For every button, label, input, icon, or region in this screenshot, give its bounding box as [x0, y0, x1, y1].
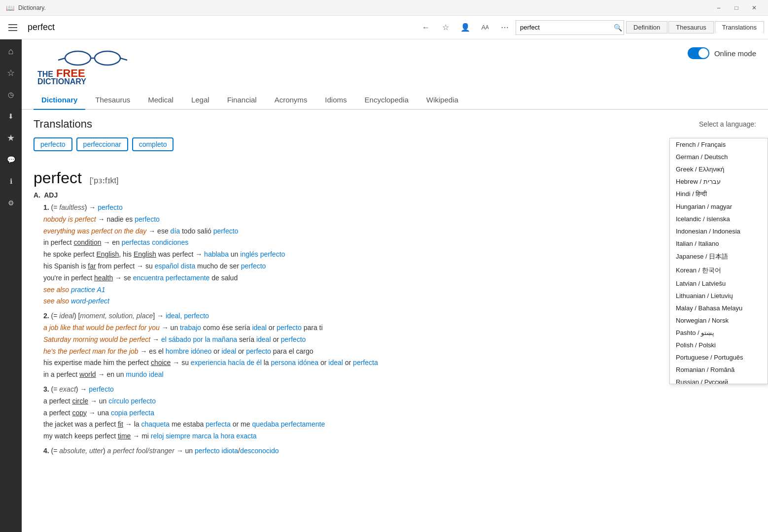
link-chaqueta[interactable]: chaqueta — [141, 420, 170, 428]
link-ideal-5[interactable]: ideal — [328, 359, 343, 366]
svg-point-1 — [95, 51, 120, 65]
link-perfecto-1[interactable]: perfecto — [98, 203, 123, 211]
link-perfecto-3[interactable]: perfecto — [241, 262, 266, 270]
sidebar-item-info[interactable]: ℹ — [1, 171, 21, 191]
link-hombre-idoneo[interactable]: hombre idóneo — [166, 347, 211, 355]
link-nadie-perfecto[interactable]: perfecto — [135, 215, 160, 223]
link-word-perfect[interactable]: word-perfect — [71, 297, 109, 305]
link-ingles-perfecto[interactable]: inglés perfecto — [240, 250, 285, 258]
lang-item-russian[interactable]: Russian / Русский — [670, 376, 768, 384]
close-button[interactable]: ✕ — [746, 1, 762, 15]
hamburger-menu[interactable] — [4, 19, 22, 36]
link-ideal-4[interactable]: ideal — [221, 347, 236, 355]
lang-item-greek[interactable]: Greek / Ελληνική — [670, 163, 768, 175]
translations-tab[interactable]: Translations — [715, 21, 764, 33]
lang-item-malay[interactable]: Malay / Bahasa Melayu — [670, 302, 768, 314]
nav-tab-medical[interactable]: Medical — [140, 91, 181, 110]
lang-item-lithuanian[interactable]: Lithuanian / Lietuvių — [670, 290, 768, 302]
word-tag-perfecto[interactable]: perfecto — [34, 137, 72, 151]
link-ideal-3[interactable]: ideal — [256, 335, 271, 343]
link-circulo-perfecto[interactable]: círculo perfecto — [108, 397, 156, 405]
link-dia[interactable]: día — [171, 227, 180, 235]
sidebar-item-favorites[interactable]: ☆ — [1, 63, 21, 83]
link-encuentra-perfectamente[interactable]: encuentra perfectamente — [133, 274, 210, 282]
definition-tab[interactable]: Definition — [626, 21, 667, 33]
search-area: 🔍 — [516, 20, 624, 35]
bookmark-button[interactable]: ☆ — [437, 19, 454, 36]
lang-item-indonesian[interactable]: Indonesian / Indonesia — [670, 225, 768, 237]
link-perfectas-condiciones[interactable]: perfectas condiciones — [122, 238, 188, 246]
toggle-switch[interactable] — [688, 47, 709, 59]
link-ideal-perfecto-2[interactable]: ideal, perfecto — [166, 312, 209, 320]
nav-tab-thesaurus[interactable]: Thesaurus — [87, 91, 138, 110]
search-button[interactable]: 🔍 — [614, 24, 622, 32]
nav-tab-wikipedia[interactable]: Wikipedia — [419, 91, 466, 110]
link-copia-perfecta[interactable]: copia perfecta — [111, 409, 154, 417]
link-perfecto-4[interactable]: perfecto — [277, 324, 302, 332]
nav-tab-encyclopedia[interactable]: Encyclopedia — [357, 91, 417, 110]
link-perfecta[interactable]: perfecta — [353, 359, 378, 366]
link-ideal-2[interactable]: ideal — [252, 324, 267, 332]
language-dropdown: French / FrançaisGerman / DeutschGreek /… — [669, 138, 768, 384]
lang-item-pashto[interactable]: Pashto / پښتو — [670, 327, 768, 339]
link-perfecto-6[interactable]: perfecto — [246, 347, 271, 355]
translations-section: Translations Select a language: perfecto… — [22, 110, 768, 169]
word-tag-completo[interactable]: completo — [132, 137, 174, 151]
link-perfecto-idiota[interactable]: perfecto idiota — [195, 447, 238, 455]
nav-tab-acronyms[interactable]: Acronyms — [267, 91, 315, 110]
logo-area: THE FREE DICTIONARY BY FARLEX — [34, 47, 172, 87]
link-perfecta-2[interactable]: perfecta — [206, 420, 231, 428]
lang-item-norwegian[interactable]: Norwegian / Norsk — [670, 314, 768, 327]
word-tags: perfecto perfeccionar completo — [34, 137, 756, 151]
lang-item-french[interactable]: French / Français — [670, 138, 768, 151]
lang-item-german[interactable]: German / Deutsch — [670, 151, 768, 163]
minimize-button[interactable]: – — [711, 1, 727, 15]
link-desconocido[interactable]: desconocido — [240, 447, 279, 455]
word-tag-perfeccionar[interactable]: perfeccionar — [76, 137, 128, 151]
lang-item-hungarian[interactable]: Hungarian / magyar — [670, 200, 768, 213]
link-perfecto-2[interactable]: perfecto — [213, 227, 239, 235]
lang-item-hindi[interactable]: Hindi / हिन्दी — [670, 188, 768, 200]
sidebar-item-chat[interactable]: 💬 — [1, 150, 21, 169]
nav-tab-legal[interactable]: Legal — [183, 91, 217, 110]
link-quedaba-perfectamente[interactable]: quedaba perfectamente — [252, 420, 325, 428]
lang-item-romanian[interactable]: Romanian / Română — [670, 364, 768, 376]
lang-item-portuguese[interactable]: Portuguese / Português — [670, 351, 768, 364]
sidebar-item-starred[interactable]: ★ — [1, 128, 21, 148]
link-espanol-dista[interactable]: español dista — [155, 262, 196, 270]
nav-tab-dictionary[interactable]: Dictionary — [34, 91, 85, 110]
link-reloj[interactable]: reloj siempre marca la hora exacta — [151, 432, 257, 440]
lang-item-icelandic[interactable]: Icelandic / íslenska — [670, 213, 768, 225]
lang-item-korean[interactable]: Korean / 한국어 — [670, 264, 768, 277]
lang-item-latvian[interactable]: Latvian / Latviešu — [670, 277, 768, 290]
lang-item-hebrew[interactable]: Hebrew / עברית — [670, 175, 768, 188]
account-button[interactable]: 👤 — [456, 19, 474, 36]
online-mode-toggle[interactable]: Online mode — [688, 47, 756, 59]
nav-tab-financial[interactable]: Financial — [219, 91, 265, 110]
link-sabado[interactable]: el sábado por la mañana — [161, 335, 237, 343]
lang-item-polish[interactable]: Polish / Polski — [670, 339, 768, 351]
lang-item-italian[interactable]: Italian / Italiano — [670, 237, 768, 250]
link-perfecto-5[interactable]: perfecto — [281, 335, 306, 343]
sidebar-item-home[interactable]: ⌂ — [1, 41, 21, 61]
entry-pos-a: A. ADJ — [34, 191, 756, 199]
link-persona-idonea[interactable]: persona idónea — [271, 359, 319, 366]
link-experiencia[interactable]: experiencia hacía de él — [191, 359, 262, 366]
font-size-button[interactable]: AA — [476, 19, 494, 36]
sidebar-item-download[interactable]: ⬇ — [1, 106, 21, 126]
maximize-button[interactable]: □ — [729, 1, 744, 15]
search-input[interactable] — [516, 20, 624, 35]
link-perfecto-3e[interactable]: perfecto — [89, 385, 114, 393]
sidebar-item-settings[interactable]: ⚙ — [1, 193, 21, 213]
link-mundo-ideal[interactable]: mundo ideal — [126, 370, 163, 378]
more-button[interactable]: ⋯ — [496, 19, 514, 36]
lang-item-japanese[interactable]: Japanese / 日本語 — [670, 250, 768, 264]
link-trabajo[interactable]: trabajo — [180, 324, 201, 332]
thesaurus-tab[interactable]: Thesaurus — [668, 21, 713, 33]
sidebar-item-history[interactable]: ◷ — [1, 85, 21, 104]
back-button[interactable]: ← — [417, 19, 435, 36]
translations-title: Translations — [34, 118, 92, 131]
nav-tab-idioms[interactable]: Idioms — [317, 91, 354, 110]
link-practice-a1[interactable]: practice A1 — [71, 286, 105, 294]
link-hablaba[interactable]: hablaba — [204, 250, 229, 258]
